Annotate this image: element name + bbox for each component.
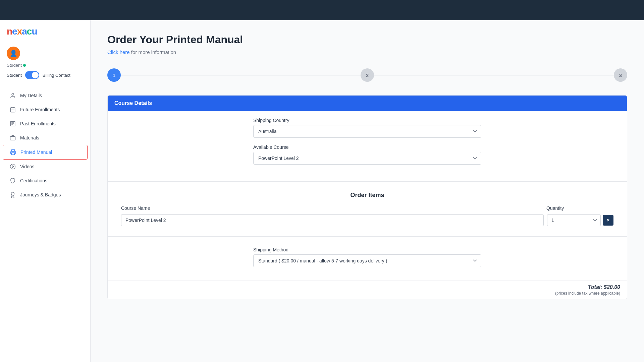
quantity-select[interactable]: 1 2 3 4 5 [547, 214, 601, 226]
course-name-col-header: Course Name [121, 205, 543, 211]
course-details-card: Course Details Shipping Country Australi… [107, 95, 627, 299]
divider-2 [108, 236, 627, 237]
svg-point-11 [10, 164, 15, 169]
card-header: Course Details [108, 96, 627, 111]
svg-rect-9 [10, 136, 15, 140]
shipping-method-section: Shipping Method Standard ( $20.00 / manu… [108, 240, 627, 281]
sidebar-item-certifications[interactable]: Certifications [3, 174, 88, 188]
shipping-country-group: Shipping Country Australia New Zealand U… [253, 118, 481, 138]
logo: nexacu [7, 26, 37, 37]
order-items-header: Course Name Quantity [114, 205, 620, 211]
sidebar-item-printed-manual[interactable]: Printed Manual [3, 145, 88, 160]
quantity-col-header: Quantity [546, 205, 613, 211]
sidebar-item-my-details[interactable]: My Details [3, 88, 88, 103]
shipping-country-section: Shipping Country Australia New Zealand U… [108, 111, 627, 178]
play-icon [9, 163, 16, 170]
sidebar-item-past-enrollments-label: Past Enrollments [20, 121, 56, 126]
sidebar-item-printed-manual-label: Printed Manual [20, 149, 52, 155]
total-value: $20.00 [604, 284, 620, 290]
shipping-method-label: Shipping Method [253, 247, 481, 252]
shipping-country-select[interactable]: Australia New Zealand United Kingdom Uni… [253, 125, 481, 138]
available-course-label: Available Course [253, 144, 481, 150]
total-section: Total: $20.00 (prices include tax where … [108, 281, 627, 299]
order-items-section: Order Items Course Name Quantity 1 2 3 4… [108, 185, 627, 233]
total-label-prefix: Total: [588, 284, 604, 290]
available-course-select[interactable]: PowerPoint Level 2 PowerPoint Level 1 Ex… [253, 152, 481, 165]
sidebar-item-future-enrollments[interactable]: Future Enrollments [3, 103, 88, 117]
stepper-steps: 1 2 3 [107, 68, 627, 82]
available-course-group: Available Course PowerPoint Level 2 Powe… [253, 144, 481, 165]
student-status: Student [7, 63, 26, 68]
online-indicator [23, 64, 26, 67]
order-items-title: Order Items [114, 192, 620, 199]
form-inner: Shipping Country Australia New Zealand U… [253, 118, 481, 171]
avatar: 👤 [7, 47, 20, 60]
briefcase-icon [9, 134, 16, 141]
sidebar-item-journeys-badges-label: Journeys & Badges [20, 192, 61, 197]
shipping-inner: Shipping Method Standard ( $20.00 / manu… [253, 247, 481, 267]
person-icon [9, 92, 16, 99]
step-3: 3 [614, 68, 627, 82]
step-1: 1 [107, 68, 121, 82]
sidebar-item-videos[interactable]: Videos [3, 160, 88, 174]
sidebar-nav: My Details Future Enrollments Past Enrol… [0, 88, 90, 202]
svg-point-13 [11, 192, 14, 195]
user-section: 👤 Student Student Billing Contact [0, 41, 90, 86]
shipping-method-select[interactable]: Standard ( $20.00 / manual - allow 5-7 w… [253, 254, 481, 267]
svg-rect-1 [10, 108, 15, 112]
info-link-row: Click here for more information [107, 49, 627, 55]
file-icon [9, 120, 16, 127]
order-item-row: 1 2 3 4 5 × [114, 214, 620, 226]
sidebar-item-journeys-badges[interactable]: Journeys & Badges [3, 188, 88, 202]
role-toggle-row: Student Billing Contact [7, 71, 70, 79]
svg-point-0 [12, 93, 14, 95]
calendar-icon [9, 106, 16, 113]
shipping-method-group: Shipping Method Standard ( $20.00 / manu… [253, 247, 481, 267]
role-toggle[interactable] [25, 71, 39, 79]
divider-1 [108, 181, 627, 182]
sidebar-item-videos-label: Videos [20, 164, 35, 169]
stepper: 1 2 3 [107, 65, 627, 85]
click-here-link[interactable]: Click here [107, 49, 130, 55]
shipping-country-label: Shipping Country [253, 118, 481, 123]
sidebar-item-materials[interactable]: Materials [3, 131, 88, 145]
sidebar-item-materials-label: Materials [20, 135, 39, 140]
billing-contact-toggle-label: Billing Contact [43, 73, 70, 78]
svg-marker-12 [12, 166, 14, 168]
logo-area: nexacu [0, 20, 90, 41]
sidebar-item-past-enrollments[interactable]: Past Enrollments [3, 117, 88, 131]
page-title: Order Your Printed Manual [107, 34, 627, 46]
sidebar: nexacu 👤 Student Student Billing Contact… [0, 20, 91, 362]
step-2: 2 [361, 68, 374, 82]
main-layout: nexacu 👤 Student Student Billing Contact… [0, 20, 644, 362]
total-amount: Total: $20.00 [114, 284, 620, 290]
main-content: Order Your Printed Manual Click here for… [91, 20, 644, 362]
quantity-group: 1 2 3 4 5 × [547, 214, 613, 226]
shield-icon [9, 177, 16, 184]
sidebar-item-future-enrollments-label: Future Enrollments [20, 107, 60, 112]
top-bar [0, 0, 644, 20]
sidebar-item-certifications-label: Certifications [20, 178, 47, 183]
remove-item-button[interactable]: × [603, 215, 613, 226]
sidebar-item-my-details-label: My Details [20, 93, 42, 98]
printer-icon [10, 149, 16, 156]
course-name-input[interactable] [121, 214, 544, 226]
award-icon [9, 191, 16, 198]
student-toggle-label: Student [7, 73, 22, 78]
svg-rect-10 [12, 153, 15, 155]
total-note: (prices include tax where applicable) [114, 291, 620, 296]
